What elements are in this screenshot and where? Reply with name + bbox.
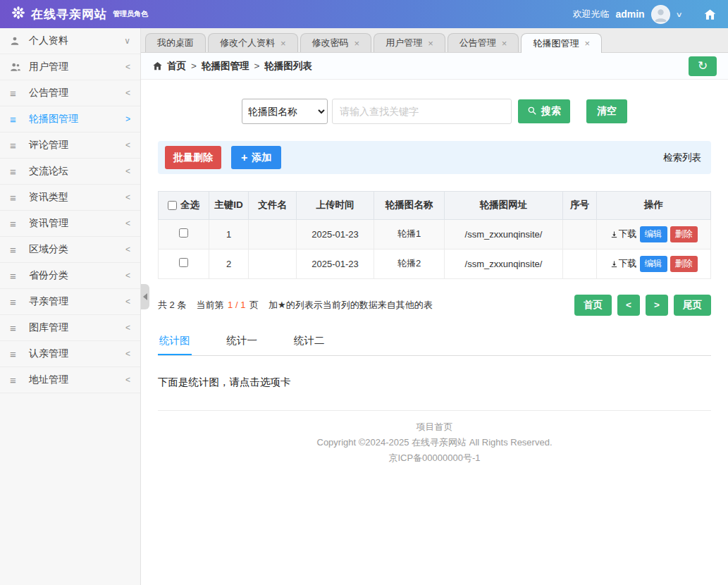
cell-operations: 下载 编辑 删除 <box>597 249 711 278</box>
tab-carousel-management[interactable]: 轮播图管理 × <box>521 33 602 53</box>
close-icon[interactable]: × <box>584 39 590 48</box>
first-page-button[interactable]: 首页 <box>574 295 612 316</box>
breadcrumb: 首页 > 轮播图管理 > 轮播图列表 ↻ <box>141 53 728 80</box>
next-page-button[interactable]: > <box>646 295 668 316</box>
open-tabs-bar: 我的桌面 修改个人资料 × 修改密码 × 用户管理 × 公告管理 × 轮播图管理… <box>141 28 728 53</box>
current-page-suffix: 页 <box>249 300 259 310</box>
welcome-text: 欢迎光临 <box>572 8 609 20</box>
breadcrumb-home[interactable]: 首页 <box>167 60 186 73</box>
list-icon: ≡ <box>10 296 24 308</box>
delete-button[interactable]: 删除 <box>670 256 698 272</box>
sidebar-item-announcements[interactable]: ≡ 公告管理 < <box>0 80 140 106</box>
list-icon: ≡ <box>10 87 24 99</box>
sidebar-item-forum[interactable]: ≡ 交流论坛 < <box>0 159 140 185</box>
search-icon <box>527 106 537 118</box>
row-checkbox[interactable] <box>179 258 188 267</box>
tab-edit-profile[interactable]: 修改个人资料 × <box>208 33 298 52</box>
sidebar-item-label: 资讯管理 <box>29 217 68 230</box>
refresh-button[interactable]: ↻ <box>689 56 717 76</box>
select-all-checkbox[interactable] <box>168 201 177 210</box>
sidebar-item-profile[interactable]: 个人资料 ∨ <box>0 28 140 54</box>
close-icon[interactable]: × <box>354 39 360 48</box>
top-header: 在线寻亲网站 管理员角色 欢迎光临 admin ∨ <box>0 0 728 28</box>
last-page-button[interactable]: 尾页 <box>674 295 711 316</box>
prev-page-button[interactable]: < <box>617 295 640 316</box>
chevron-left-icon: < <box>125 297 130 307</box>
sidebar-item-label: 资讯类型 <box>29 191 68 204</box>
refresh-icon: ↻ <box>698 60 708 72</box>
sidebar-item-label: 评论管理 <box>29 139 68 152</box>
chevron-left-icon: < <box>125 140 130 150</box>
tab-announcement-management[interactable]: 公告管理 × <box>448 33 519 52</box>
breadcrumb-carousel-list: 轮播图列表 <box>264 60 312 73</box>
sidebar-item-comments[interactable]: ≡ 评论管理 < <box>0 133 140 159</box>
tab-label: 我的桌面 <box>157 37 194 49</box>
column-header-seq: 序号 <box>563 192 597 220</box>
tab-user-management[interactable]: 用户管理 × <box>374 33 445 52</box>
tab-stats-one[interactable]: 统计一 <box>226 327 259 355</box>
avatar[interactable] <box>651 5 670 24</box>
list-icon: ≡ <box>10 218 24 230</box>
footer-home-link[interactable]: 项目首页 <box>158 419 711 435</box>
pagination-buttons: 首页 < > 尾页 <box>574 295 711 316</box>
download-link[interactable]: 下载 <box>610 228 637 240</box>
table-row: 2 2025-01-23 轮播2 /ssm_zxxunqinsite/ 下载 <box>159 249 711 278</box>
chevron-down-icon[interactable]: ∨ <box>675 11 682 18</box>
sidebar-item-news[interactable]: ≡ 资讯管理 < <box>0 211 140 237</box>
download-label: 下载 <box>619 257 637 270</box>
tab-label: 轮播图管理 <box>533 37 579 50</box>
search-input[interactable] <box>332 99 512 124</box>
sidebar-item-label: 公告管理 <box>29 87 68 99</box>
sidebar: 个人资料 ∨ 用户管理 < ≡ 公告管理 < ≡ 轮播图管理 > ≡ 评论管理 … <box>0 28 141 585</box>
sidebar-item-label: 寻亲管理 <box>29 295 68 308</box>
batch-delete-button[interactable]: 批量删除 <box>165 146 221 169</box>
sidebar-collapse-handle[interactable] <box>141 284 149 309</box>
sidebar-item-gallery[interactable]: ≡ 图库管理 < <box>0 315 140 341</box>
chevron-down-icon: ∨ <box>124 36 130 46</box>
close-icon[interactable]: × <box>428 39 433 48</box>
chevron-left-icon: < <box>125 271 130 281</box>
table-row: 1 2025-01-23 轮播1 /ssm_zxxunqinsite/ 下载 <box>159 219 711 249</box>
edit-button[interactable]: 编辑 <box>640 226 667 242</box>
sidebar-item-label: 图库管理 <box>29 321 68 334</box>
sidebar-item-label: 区域分类 <box>29 243 68 256</box>
search-field-select[interactable]: 轮播图名称 <box>242 99 328 124</box>
list-icon: ≡ <box>10 166 24 178</box>
cell-upload-time: 2025-01-23 <box>297 219 374 249</box>
tab-stats-chart[interactable]: 统计图 <box>158 327 192 355</box>
close-icon[interactable]: × <box>280 39 286 48</box>
chevron-left-icon: < <box>125 88 130 98</box>
tab-my-desktop[interactable]: 我的桌面 <box>145 33 206 52</box>
download-icon <box>610 260 618 268</box>
list-icon: ≡ <box>10 113 24 125</box>
edit-button[interactable]: 编辑 <box>640 256 667 272</box>
tab-change-password[interactable]: 修改密码 × <box>300 33 372 52</box>
download-link[interactable]: 下载 <box>610 257 637 270</box>
home-icon[interactable] <box>703 8 717 21</box>
breadcrumb-carousel-management[interactable]: 轮播图管理 <box>202 60 249 73</box>
chevron-left-icon: < <box>125 323 130 333</box>
sidebar-item-users[interactable]: 用户管理 < <box>0 54 140 80</box>
sidebar-item-address[interactable]: ≡ 地址管理 < <box>0 367 140 393</box>
column-header-url: 轮播图网址 <box>445 192 563 220</box>
add-button[interactable]: + 添加 <box>231 146 281 169</box>
row-checkbox[interactable] <box>179 228 188 238</box>
sidebar-item-province[interactable]: ≡ 省份分类 < <box>0 263 140 289</box>
sidebar-item-region[interactable]: ≡ 区域分类 < <box>0 237 140 263</box>
tab-label: 修改密码 <box>312 37 349 49</box>
sidebar-item-recognition[interactable]: ≡ 认亲管理 < <box>0 341 140 367</box>
close-icon[interactable]: × <box>502 39 507 48</box>
star-note: 加★的列表示当前列的数据来自其他的表 <box>269 299 433 312</box>
tab-stats-two[interactable]: 统计二 <box>292 327 326 355</box>
sidebar-item-family-search[interactable]: ≡ 寻亲管理 < <box>0 289 140 315</box>
footer: 项目首页 Copyright ©2024-2025 在线寻亲网站 All Rig… <box>158 419 711 466</box>
sidebar-item-carousel[interactable]: ≡ 轮播图管理 > <box>0 106 140 133</box>
chevron-left-icon: < <box>125 218 130 228</box>
sidebar-item-news-type[interactable]: ≡ 资讯类型 < <box>0 185 140 211</box>
clear-button[interactable]: 清空 <box>586 99 627 123</box>
cell-filename <box>249 219 297 249</box>
delete-button[interactable]: 删除 <box>670 226 698 242</box>
search-button[interactable]: 搜索 <box>518 99 570 123</box>
add-button-label: 添加 <box>252 152 271 164</box>
row-select-cell <box>159 249 209 278</box>
